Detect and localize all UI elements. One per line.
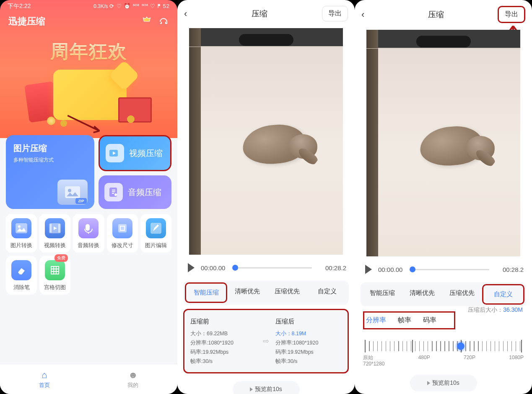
tab-custom[interactable]: 自定义 bbox=[307, 282, 347, 303]
audio-compress-card[interactable]: 音频压缩 bbox=[99, 175, 172, 209]
tab-smart[interactable]: 智能压缩 bbox=[362, 284, 402, 305]
resolution-slider[interactable] bbox=[365, 341, 522, 351]
svg-point-6 bbox=[18, 225, 21, 228]
home-icon: ⌂ bbox=[42, 370, 47, 381]
compare-card: 压缩前 大小：69.22MB 分辨率:1080*1920 码率:19.92Mbp… bbox=[183, 309, 349, 373]
resize-icon bbox=[112, 218, 132, 238]
editor-header: ‹ 压缩 导出 bbox=[355, 0, 532, 29]
compare-after: 压缩后 大小：8.19M 分辨率:1080*1920 码率:19.92Mbps … bbox=[275, 316, 342, 366]
audio-convert-icon bbox=[78, 218, 99, 238]
svg-point-1 bbox=[68, 189, 71, 192]
play-button[interactable] bbox=[186, 262, 197, 273]
preview-10s-button[interactable]: 预览前10s bbox=[410, 375, 477, 391]
tool-audio-convert[interactable]: 音频转换 bbox=[73, 214, 104, 253]
app-title: 迅捷压缩 bbox=[8, 15, 45, 28]
time-current: 00:00.00 bbox=[201, 264, 231, 271]
video-icon bbox=[106, 144, 124, 162]
image-convert-icon bbox=[11, 218, 31, 238]
page-title: 压缩 bbox=[252, 8, 267, 19]
back-button[interactable]: ‹ bbox=[184, 8, 197, 19]
tool-grid-cut[interactable]: 免费宫格切图 bbox=[39, 256, 70, 295]
progress-slider[interactable] bbox=[413, 269, 489, 270]
tool-image-edit[interactable]: 图片编辑 bbox=[140, 214, 171, 253]
tool-eraser[interactable]: 消除笔 bbox=[6, 256, 37, 295]
tool-grid: 图片转换 视频转换 音频转换 修改尺寸 图片编辑 消除笔 免费宫格切图 bbox=[6, 214, 171, 295]
page-title: 压缩 bbox=[428, 9, 444, 20]
progress-slider[interactable] bbox=[235, 267, 312, 269]
status-bar: 下午2:22 0.3K/s ⟳ ♡ ⏰ ᴹᴹ ᴹᴹ ♡ ᖰ 52 bbox=[0, 0, 177, 11]
tab-smart[interactable]: 智能压缩 bbox=[185, 282, 227, 303]
play-small-icon bbox=[250, 387, 253, 391]
player-controls: 00:00.00 00:28.2 bbox=[177, 259, 355, 278]
grid-icon bbox=[45, 260, 65, 280]
slider-thumb[interactable] bbox=[457, 342, 465, 350]
card-subtitle: 多种智能压缩方式 bbox=[13, 157, 87, 164]
tab-quality[interactable]: 清晰优先 bbox=[402, 284, 442, 305]
resolution-labels: 原始720*1280 480P 720P 1080P bbox=[363, 355, 524, 367]
svg-rect-8 bbox=[50, 224, 52, 232]
arrow-right-icon: ⇨ bbox=[260, 316, 272, 366]
nav-home[interactable]: ⌂首页 bbox=[0, 364, 89, 394]
editor-header: ‹ 压缩 导出 bbox=[177, 0, 355, 27]
phone-editor-smart: ‹ 压缩 导出 00:00.00 00:28.2 智能压缩 清晰优先 压缩优先 … bbox=[177, 0, 355, 394]
support-headset-icon[interactable] bbox=[158, 16, 169, 27]
video-preview[interactable] bbox=[366, 30, 520, 256]
time-total: 00:28.2 bbox=[493, 266, 524, 273]
image-compress-card[interactable]: 图片压缩 多种智能压缩方式 ZIP bbox=[6, 135, 94, 209]
bottom-nav: ⌂首页 ☻我的 bbox=[0, 364, 177, 394]
rabbit-subject bbox=[417, 120, 501, 181]
free-badge: 免费 bbox=[54, 254, 68, 262]
svg-rect-11 bbox=[118, 224, 127, 232]
subtab-bitrate[interactable]: 码率 bbox=[423, 316, 436, 325]
card-label: 视频压缩 bbox=[129, 148, 163, 159]
status-time: 下午2:22 bbox=[8, 3, 31, 10]
back-button[interactable]: ‹ bbox=[361, 9, 374, 20]
nav-mine[interactable]: ☻我的 bbox=[89, 364, 178, 394]
mode-tabs: 智能压缩 清晰优先 压缩优先 自定义 bbox=[183, 281, 349, 305]
phone-editor-custom: ‹ 压缩 导出 00:00.00 00:28.2 智能压缩 清晰优先 压缩优先 … bbox=[355, 0, 532, 394]
svg-rect-5 bbox=[16, 223, 27, 233]
eraser-icon bbox=[11, 260, 31, 280]
after-size-label: 压缩后大小：36.30M bbox=[468, 306, 523, 314]
custom-sub-tabs: 分辨率 帧率 码率 bbox=[363, 311, 455, 329]
phone-home: 下午2:22 0.3K/s ⟳ ♡ ⏰ ᴹᴹ ᴹᴹ ♡ ᖰ 52 迅捷压缩 周年… bbox=[0, 0, 177, 394]
play-button[interactable] bbox=[363, 264, 374, 275]
play-icon bbox=[188, 263, 195, 272]
subtab-resolution[interactable]: 分辨率 bbox=[366, 316, 386, 325]
rabbit-subject bbox=[239, 118, 323, 179]
player-controls: 00:00.00 00:28.2 bbox=[355, 261, 532, 280]
tool-video-convert[interactable]: 视频转换 bbox=[39, 214, 70, 253]
profile-icon: ☻ bbox=[128, 370, 138, 381]
tab-compress[interactable]: 压缩优先 bbox=[442, 284, 482, 305]
card-label: 音频压缩 bbox=[128, 187, 161, 198]
svg-rect-13 bbox=[51, 266, 59, 274]
video-compress-card[interactable]: 视频压缩 bbox=[99, 135, 172, 171]
video-preview[interactable] bbox=[189, 28, 343, 255]
tool-resize[interactable]: 修改尺寸 bbox=[107, 214, 138, 253]
preview-10s-button[interactable]: 预览前10s bbox=[233, 381, 300, 394]
export-button[interactable]: 导出 bbox=[322, 6, 348, 21]
tab-quality[interactable]: 清晰优先 bbox=[227, 282, 267, 303]
export-button[interactable]: 导出 bbox=[498, 6, 525, 23]
card-title: 图片压缩 bbox=[13, 143, 87, 154]
video-convert-icon bbox=[45, 218, 65, 238]
play-small-icon bbox=[427, 381, 430, 385]
annotation-arrow-icon bbox=[65, 112, 105, 136]
time-current: 00:00.00 bbox=[378, 266, 408, 273]
time-total: 00:28.2 bbox=[316, 264, 346, 271]
play-icon bbox=[365, 265, 372, 274]
status-right: 0.3K/s ⟳ ♡ ⏰ ᴹᴹ ᴹᴹ ♡ ᖰ 52 bbox=[93, 3, 170, 10]
vip-crown-icon[interactable] bbox=[141, 16, 152, 27]
audio-icon bbox=[104, 183, 123, 201]
edit-icon bbox=[146, 218, 166, 238]
tab-compress[interactable]: 压缩优先 bbox=[267, 282, 307, 303]
subtab-fps[interactable]: 帧率 bbox=[398, 316, 411, 325]
svg-point-4 bbox=[114, 193, 117, 196]
image-zip-icon: ZIP bbox=[57, 180, 88, 205]
tool-image-convert[interactable]: 图片转换 bbox=[6, 214, 37, 253]
tab-custom[interactable]: 自定义 bbox=[482, 284, 524, 305]
mode-tabs: 智能压缩 清晰优先 压缩优先 自定义 bbox=[361, 282, 526, 306]
banner-title: 周年狂欢 bbox=[50, 39, 127, 64]
svg-rect-9 bbox=[58, 224, 60, 232]
app-header: 迅捷压缩 bbox=[0, 11, 177, 32]
